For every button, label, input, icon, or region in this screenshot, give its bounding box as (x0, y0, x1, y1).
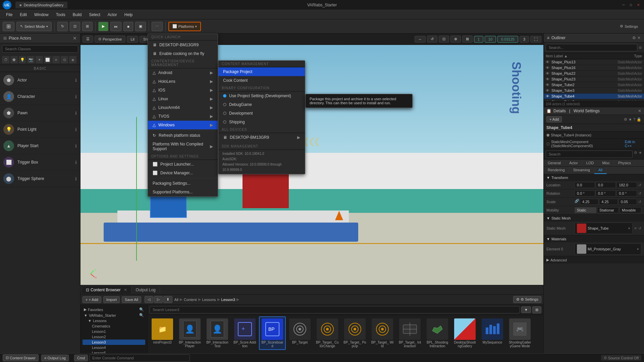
content-item-bp-target[interactable]: BP_Target (286, 316, 313, 350)
reset-location-icon[interactable]: ↺ (638, 183, 641, 187)
icon-recent[interactable]: ⏱ (2, 56, 9, 63)
actor-info-player-start[interactable]: ℹ (75, 143, 77, 148)
actor-info-pawn[interactable]: ℹ (75, 111, 77, 116)
search-icon[interactable]: 🔍 (139, 307, 144, 312)
material-dropdown-icon[interactable]: ▾ (637, 247, 639, 251)
content-item-bp-target-inter[interactable]: BP_Target_ Interaction (396, 316, 423, 350)
scale-size[interactable]: 0.03125 (497, 36, 518, 43)
tree-lesson2[interactable]: Lesson2 (83, 334, 145, 340)
actor-info-trigger-sphere[interactable]: ℹ (75, 176, 77, 181)
content-item-bp-target-wild[interactable]: BP_Target_ Wild (369, 316, 396, 350)
packaging-settings-item[interactable]: Packaging Settings... (148, 179, 218, 188)
tab-all[interactable]: All (594, 167, 607, 174)
actor-item-trigger-sphere[interactable]: ⬤ Trigger Sphere ℹ (0, 171, 80, 187)
shipping-item[interactable]: Shipping (218, 118, 305, 126)
play-button[interactable]: ▶ (98, 22, 108, 31)
actor-info-trigger-box[interactable]: ℹ (75, 160, 77, 165)
tree-lesson3[interactable]: Lesson3 (83, 340, 145, 345)
icon-all[interactable]: ≡ (52, 56, 60, 63)
actor-info-point-light[interactable]: ℹ (75, 127, 77, 132)
tab-content-browser[interactable]: ⊡ Content Browser ✕ (82, 286, 131, 294)
reset-mesh-icon[interactable]: ↺ (638, 226, 641, 231)
tab-actor[interactable]: Actor (565, 160, 582, 166)
settings-button[interactable]: ⚙ Settings (616, 22, 641, 31)
content-item-bp-target-pu[interactable]: BP_Target_ PopUp (341, 316, 368, 350)
content-settings-button[interactable]: ⚙ ⚙ Settings (513, 296, 541, 303)
content-item-bp-target-cc[interactable]: BP_Target_ ColorChange (314, 316, 341, 350)
panel-close-button[interactable]: ✕ (73, 36, 77, 41)
nav-back[interactable]: ◁ (145, 296, 153, 303)
actor-item-actor[interactable]: ⬟ Actor ℹ (0, 72, 80, 88)
launch-btn[interactable]: ▣ (135, 22, 146, 31)
refresh-item[interactable]: ↻ Refresh platform status (148, 131, 218, 140)
static-mesh-section-header[interactable]: ▼ Static Mesh (544, 215, 644, 222)
menu-help[interactable]: Help (121, 11, 136, 18)
lit-button[interactable]: Lit (127, 36, 138, 43)
content-search-input[interactable] (150, 306, 520, 313)
icon-lights[interactable]: 💡 (19, 56, 26, 63)
close-button[interactable]: ✕ (635, 2, 641, 8)
content-browser-close[interactable]: ✕ (124, 288, 127, 292)
menu-build[interactable]: Build (69, 11, 85, 18)
reset-rotation-icon[interactable]: ↺ (638, 191, 641, 196)
menu-tools[interactable]: Tools (53, 11, 69, 18)
material-value[interactable]: MI_Prototyper_Gray ▾ (575, 243, 641, 255)
scale-z[interactable]: 0.05 (619, 199, 637, 205)
console-command-input[interactable] (89, 354, 190, 362)
menu-edit[interactable]: Edit (16, 11, 30, 18)
tab-general[interactable]: General (544, 160, 565, 166)
options-icon[interactable]: ⚙ (624, 117, 627, 122)
maximize-viewport[interactable]: ⛶ (530, 36, 541, 43)
platforms-no-compile[interactable]: Platforms With No Compiled Support ▶ (148, 140, 218, 153)
outliner-close-button[interactable]: ✕ (637, 36, 641, 40)
viewport-menu-button[interactable]: ☰ (83, 36, 93, 43)
scale-x[interactable]: 4.25 (580, 199, 598, 205)
materials-section-header[interactable]: ▼ Materials (544, 236, 644, 242)
rotation-x[interactable]: 0.0 ° (575, 190, 595, 196)
details-close-button[interactable]: ✕ (638, 109, 641, 113)
location-x[interactable]: 0.0 (575, 182, 595, 188)
details-bookmark[interactable]: ★ (639, 150, 642, 158)
nav-up[interactable]: ⬆ (163, 296, 172, 303)
menu-actor[interactable]: Actor (104, 11, 120, 18)
outliner-item-4[interactable]: 👁 Shape_Tube2 StaticMeshActor (544, 82, 644, 88)
details-search-options[interactable]: ⚙ (634, 150, 637, 158)
tvos-item[interactable]: △ TVOS ▶ (148, 112, 218, 121)
view-options-btn[interactable]: ⊞ (532, 306, 541, 313)
outliner-options-icon[interactable]: ⚙ (632, 36, 636, 40)
bookmark-icon[interactable]: ★ (629, 117, 632, 122)
actor-info-actor[interactable]: ℹ (75, 78, 77, 83)
filter-btn[interactable]: ▼ (521, 306, 531, 313)
outliner-item-2[interactable]: 👁 Shape_Plus22 StaticMeshActor (544, 71, 644, 76)
content-item-dsg[interactable]: DesktopShootingGallery (451, 316, 478, 350)
eye-icon[interactable]: 👁 (546, 60, 549, 64)
tree-lesson1[interactable]: Lesson1 (83, 329, 145, 334)
outliner-item-0[interactable]: 👁 Shape_Plus13 StaticMeshActor (544, 59, 644, 65)
icon-physics[interactable]: ⊙ (61, 56, 68, 63)
stop-button[interactable]: ■ (123, 22, 133, 31)
pause-button[interactable]: ⏭ (110, 22, 121, 31)
mesh-value[interactable]: Shape_Tube ▾ (575, 223, 633, 234)
enable-cooking-item[interactable]: 🖥 Enable cooking on the fly (148, 49, 218, 58)
ios-item[interactable]: △ IOS ▶ (148, 86, 218, 95)
advanced-section-header[interactable]: ▶ Advanced (544, 256, 644, 263)
output-log-button[interactable]: ≡ Output Log (41, 355, 69, 361)
place-actors-icon-btn[interactable]: ⊞ (3, 22, 14, 31)
question-icon[interactable]: ? (633, 117, 635, 121)
angle-snap[interactable]: ⊠ (462, 36, 473, 43)
content-drawer-button[interactable]: ⊡ Content Drawer (3, 354, 39, 361)
platforms-button[interactable]: ⬜ Platforms ▾ (168, 22, 201, 31)
camera-speed[interactable]: 3 (520, 36, 529, 43)
content-item-miniproject3[interactable]: 📁 miniProject3 (149, 316, 176, 350)
eye-icon[interactable]: 👁 (546, 77, 549, 81)
menu-select[interactable]: Select (86, 11, 103, 18)
outliner-search-options[interactable]: ⚙ (639, 46, 642, 50)
linux-item[interactable]: △ Linux ▶ (148, 95, 218, 103)
icon-visuals[interactable]: ◈ (69, 56, 76, 63)
actor-item-character[interactable]: 👤 Character ℹ (0, 88, 80, 105)
content-item-bp-interaction-player[interactable]: 👤 BP_Interaction Player (176, 316, 203, 350)
eye-icon[interactable]: 👁 (546, 83, 549, 87)
icon-volumes[interactable]: ⬜ (44, 56, 51, 63)
linuxarm64-item[interactable]: △ LinuxArm64 ▶ (148, 103, 218, 112)
actor-item-player-start[interactable]: ▲ Player Start ℹ (0, 138, 80, 154)
